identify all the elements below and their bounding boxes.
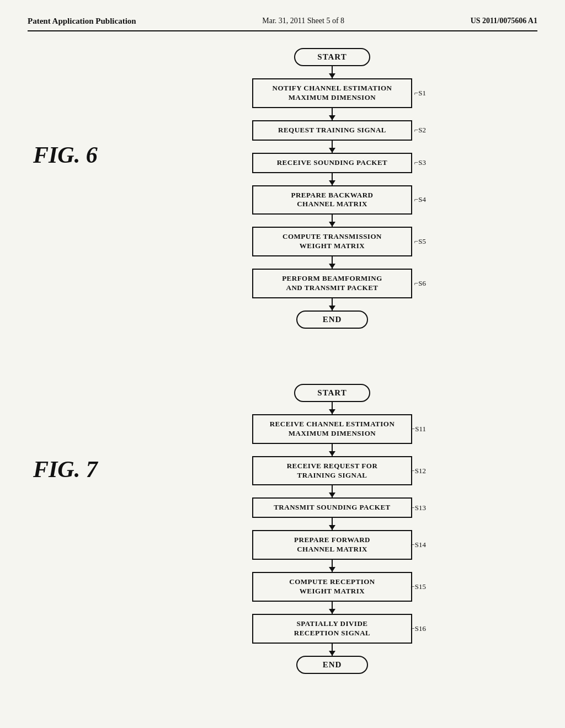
step-s4-row: PREPARE BACKWARDCHANNEL MATRIX ⌐S4 [227, 185, 437, 215]
step-s3-box: RECEIVE SOUNDING PACKET [252, 153, 412, 173]
arrow-s12-pre [332, 444, 333, 456]
step-s12-label: ⌐S12 [411, 467, 426, 475]
step-s14-row: PREPARE FORWARDCHANNEL MATRIX ⌐S14 [227, 530, 437, 560]
step-s3-label: ⌐S3 [414, 158, 426, 167]
end-node-2: END [227, 656, 437, 674]
fig7-label: FIG. 7 [33, 456, 98, 483]
flowcharts-container: START NOTIFY CHANNEL ESTIMATIONMAXIMUM D… [127, 48, 537, 674]
fig6-label: FIG. 6 [33, 142, 98, 168]
step-s16-box: SPATIALLY DIVIDERECEPTION SIGNAL [252, 614, 412, 644]
step-s11-row: RECEIVE CHANNEL ESTIMATIONMAXIMUM DIMENS… [227, 414, 437, 444]
step-s2-row: REQUEST TRAINING SIGNAL ⌐S2 [227, 120, 437, 141]
header-publication: Patent Application Publication [28, 17, 136, 26]
step-s5-label: ⌐S5 [414, 237, 426, 246]
fig-labels: FIG. 6 FIG. 7 [28, 48, 127, 674]
arrow-s1-pre [332, 66, 333, 78]
start-oval-1: START [294, 48, 370, 66]
step-s6-row: PERFORM BEAMFORMINGAND TRANSMIT PACKET ⌐… [227, 269, 437, 298]
fig6-flowchart: START NOTIFY CHANNEL ESTIMATIONMAXIMUM D… [227, 48, 437, 329]
arrow-s14-pre [332, 518, 333, 530]
step-s1-box: NOTIFY CHANNEL ESTIMATIONMAXIMUM DIMENSI… [252, 78, 412, 108]
header-date-sheet: Mar. 31, 2011 Sheet 5 of 8 [262, 17, 344, 25]
step-s13-label: ⌐S13 [411, 504, 426, 512]
step-s14-box: PREPARE FORWARDCHANNEL MATRIX [252, 530, 412, 560]
step-s1-row: NOTIFY CHANNEL ESTIMATIONMAXIMUM DIMENSI… [227, 78, 437, 108]
content-area: FIG. 6 FIG. 7 START NOTIFY CHANNEL ESTIM… [28, 48, 537, 674]
arrow-s4-pre [332, 173, 333, 185]
step-s13-row: TRANSMIT SOUNDING PACKET ⌐S13 [227, 497, 437, 518]
step-s4-label: ⌐S4 [414, 195, 426, 204]
arrow-s6-pre [332, 256, 333, 269]
step-s16-label: ⌐S16 [411, 624, 426, 633]
step-s2-label: ⌐S2 [414, 126, 426, 135]
header-patent-number: US 2011/0075606 A1 [471, 17, 537, 25]
page-header: Patent Application Publication Mar. 31, … [28, 17, 537, 31]
end-oval-2: END [296, 656, 368, 674]
arrow-end1-pre [332, 298, 333, 311]
step-s11-label: ⌐S11 [411, 425, 426, 433]
step-s15-label: ⌐S15 [411, 582, 426, 591]
step-s11-box: RECEIVE CHANNEL ESTIMATIONMAXIMUM DIMENS… [252, 414, 412, 444]
step-s15-row: COMPUTE RECEPTIONWEIGHT MATRIX ⌐S15 [227, 572, 437, 602]
arrow-s5-pre [332, 215, 333, 227]
page: Patent Application Publication Mar. 31, … [0, 0, 565, 728]
step-s6-box: PERFORM BEAMFORMINGAND TRANSMIT PACKET [252, 269, 412, 298]
start-oval-2: START [294, 384, 370, 402]
step-s3-row: RECEIVE SOUNDING PACKET ⌐S3 [227, 153, 437, 173]
step-s2-box: REQUEST TRAINING SIGNAL [252, 120, 412, 141]
step-s16-row: SPATIALLY DIVIDERECEPTION SIGNAL ⌐S16 [227, 614, 437, 644]
start-node-2: START [227, 384, 437, 402]
step-s13-box: TRANSMIT SOUNDING PACKET [252, 497, 412, 518]
arrow-s16-pre [332, 602, 333, 614]
arrow-s3-pre [332, 141, 333, 153]
step-s12-row: RECEIVE REQUEST FORTRAINING SIGNAL ⌐S12 [227, 456, 437, 486]
step-s5-row: COMPUTE TRANSMISSIONWEIGHT MATRIX ⌐S5 [227, 227, 437, 256]
step-s5-box: COMPUTE TRANSMISSIONWEIGHT MATRIX [252, 227, 412, 256]
fig7-flowchart: START RECEIVE CHANNEL ESTIMATIONMAXIMUM … [227, 384, 437, 674]
arrow-s13-pre [332, 485, 333, 497]
step-s4-box: PREPARE BACKWARDCHANNEL MATRIX [252, 185, 412, 215]
step-s6-label: ⌐S6 [414, 279, 426, 288]
start-node-1: START [227, 48, 437, 66]
step-s14-label: ⌐S14 [411, 540, 426, 549]
end-node-1: END [227, 311, 437, 329]
arrow-s2-pre [332, 108, 333, 120]
end-oval-1: END [296, 311, 368, 329]
arrow-s15-pre [332, 560, 333, 572]
arrow-s11-pre [332, 402, 333, 414]
arrow-end2-pre [332, 644, 333, 656]
step-s1-label: ⌐S1 [414, 89, 426, 98]
step-s15-box: COMPUTE RECEPTIONWEIGHT MATRIX [252, 572, 412, 602]
step-s12-box: RECEIVE REQUEST FORTRAINING SIGNAL [252, 456, 412, 486]
